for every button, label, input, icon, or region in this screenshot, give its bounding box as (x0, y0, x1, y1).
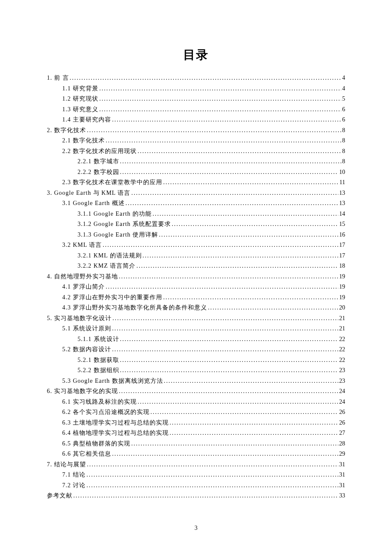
toc-entry-page: 13 (339, 200, 345, 206)
toc-entry-page: 18 (339, 263, 345, 269)
toc-entry: 2.2 数字化技术的应用现状8 (47, 148, 345, 154)
toc-leader-dots (119, 274, 338, 280)
toc-entry-page: 17 (339, 253, 345, 259)
toc-entry-label: 6.6 其它相关信息 (62, 451, 111, 457)
toc-entry-page: 23 (339, 367, 345, 373)
toc-entry-page: 23 (339, 378, 345, 384)
toc-entry-page: 11 (340, 179, 345, 185)
toc-entry-label: 5.1 系统设计原则 (62, 326, 111, 332)
toc-entry-label: 3.1.3 Google Earth 使用详解 (78, 232, 158, 238)
toc-entry-label: 2.2 数字化技术的应用现状 (62, 148, 137, 154)
toc-entry: 2.2.2 数字校园10 (47, 169, 345, 175)
toc-entry-label: 1. 前 言 (47, 75, 69, 81)
toc-entry-page: 31 (339, 462, 345, 468)
toc-entry: 2.1 数字化技术8 (47, 138, 345, 144)
toc-entry: 5.1.1 系统设计22 (47, 336, 345, 342)
toc-leader-dots (112, 451, 338, 457)
toc-entry-page: 28 (339, 441, 345, 447)
toc-entry: 2. 数字化技术8 (47, 127, 345, 133)
toc-entry: 4. 自然地理野外实习基地19 (47, 274, 345, 280)
document-page: 目录 1. 前 言41.1 研究背景41.2 研究现状51.3 研究意义61.4… (0, 0, 392, 499)
toc-leader-dots (99, 96, 341, 102)
toc-entry-page: 22 (339, 357, 345, 363)
toc-entry-label: 6.5 典型植物群落的实现 (62, 441, 130, 447)
toc-entry: 5.1 系统设计原则21 (47, 326, 345, 332)
toc-entry-page: 24 (339, 399, 345, 405)
toc-leader-dots (163, 179, 339, 185)
toc-entry: 6.4 植物地理学实习过程与总结的实现27 (47, 430, 345, 436)
toc-entry-page: 5 (342, 96, 345, 102)
toc-entry-label: 1.2 研究现状 (62, 96, 98, 102)
toc-entry: 7.1 结论31 (47, 472, 345, 478)
toc-leader-dots (170, 430, 338, 436)
toc-entry-page: 33 (339, 493, 345, 499)
toc-leader-dots (112, 326, 338, 332)
toc-entry-label: 4.3 罗浮山野外实习基地数字化所具备的条件和意义 (62, 305, 207, 311)
toc-leader-dots (120, 367, 339, 373)
toc-entry-label: 3. Google Earth 与 KML 语言 (47, 190, 130, 196)
toc-entry-label: 2. 数字化技术 (47, 127, 86, 133)
toc-entry-page: 17 (339, 242, 345, 248)
toc-entry-page: 4 (342, 86, 345, 92)
toc-entry-page: 19 (339, 274, 345, 280)
page-number: 3 (0, 525, 392, 532)
toc-entry: 3. Google Earth 与 KML 语言 13 (47, 190, 345, 196)
toc-entry-label: 4.2 罗浮山在野外实习中的重要作用 (62, 295, 162, 301)
toc-entry-page: 15 (339, 221, 345, 227)
toc-entry: 7.2 讨论31 (47, 483, 345, 489)
toc-leader-dots (138, 148, 341, 154)
toc-entry: 2.2.1 数字城市8 (47, 159, 345, 165)
toc-entry-label: 6. 实习基地数字化的实现 (47, 388, 118, 394)
toc-entry-page: 29 (339, 451, 345, 457)
toc-entry-page: 26 (339, 409, 345, 415)
toc-leader-dots (136, 263, 338, 269)
toc-entry: 1. 前 言4 (47, 75, 345, 81)
toc-entry-label: 3.1 Google Earth 概述 (62, 200, 125, 206)
toc-list: 1. 前 言41.1 研究背景41.2 研究现状51.3 研究意义61.4 主要… (47, 75, 345, 499)
toc-leader-dots (87, 462, 338, 468)
toc-entry-label: 6.1 实习线路及标注的实现 (62, 399, 137, 405)
toc-entry-label: 5. 实习基地数字化设计 (47, 315, 112, 321)
toc-leader-dots (159, 232, 338, 238)
toc-leader-dots (170, 420, 338, 426)
toc-entry: 3.1 Google Earth 概述 13 (47, 200, 345, 206)
toc-leader-dots (131, 441, 338, 447)
toc-entry-label: 5.3 Google Earth 数据离线浏览方法 (62, 378, 163, 384)
toc-entry-label: 2.2.1 数字城市 (78, 159, 119, 165)
toc-leader-dots (106, 138, 341, 144)
toc-entry-page: 21 (339, 326, 345, 332)
toc-leader-dots (120, 159, 342, 165)
toc-entry-label: 2.3 数字化技术在课堂教学中的应用 (62, 179, 162, 185)
toc-entry: 1.3 研究意义6 (47, 107, 345, 113)
toc-entry-label: 7.1 结论 (62, 472, 86, 478)
toc-entry-label: 4. 自然地理野外实习基地 (47, 274, 118, 280)
toc-leader-dots (120, 336, 339, 342)
toc-entry-label: 6.3 土壤地理学实习过程与总结的实现 (62, 420, 169, 426)
toc-leader-dots (138, 399, 338, 405)
toc-entry-label: 参考文献 (47, 493, 72, 499)
toc-entry: 1.2 研究现状5 (47, 96, 345, 102)
toc-leader-dots (70, 75, 342, 81)
toc-entry-page: 14 (339, 211, 345, 217)
toc-entry: 1.1 研究背景4 (47, 86, 345, 92)
toc-entry-page: 4 (342, 75, 345, 81)
toc-entry-page: 8 (342, 138, 345, 144)
toc-entry-page: 31 (339, 472, 345, 478)
toc-leader-dots (208, 305, 338, 311)
toc-leader-dots (153, 211, 338, 217)
toc-entry-label: 7.2 讨论 (62, 483, 86, 489)
toc-leader-dots (86, 472, 338, 478)
toc-leader-dots (126, 200, 338, 206)
toc-leader-dots (112, 315, 338, 321)
toc-entry: 1.4 主要研究内容6 (47, 117, 345, 123)
toc-entry-page: 22 (339, 347, 345, 353)
toc-leader-dots (99, 86, 341, 92)
toc-entry-label: 1.4 主要研究内容 (62, 117, 111, 123)
toc-entry: 6.3 土壤地理学实习过程与总结的实现26 (47, 420, 345, 426)
toc-entry: 3.1.1 Google Earth 的功能14 (47, 211, 345, 217)
toc-entry: 6.2 各个实习点沿途概况的实现26 (47, 409, 345, 415)
toc-entry-page: 19 (339, 295, 345, 301)
toc-entry-page: 31 (339, 483, 345, 489)
toc-entry: 5.2 数据内容设计22 (47, 347, 345, 353)
toc-entry: 6.5 典型植物群落的实现28 (47, 441, 345, 447)
